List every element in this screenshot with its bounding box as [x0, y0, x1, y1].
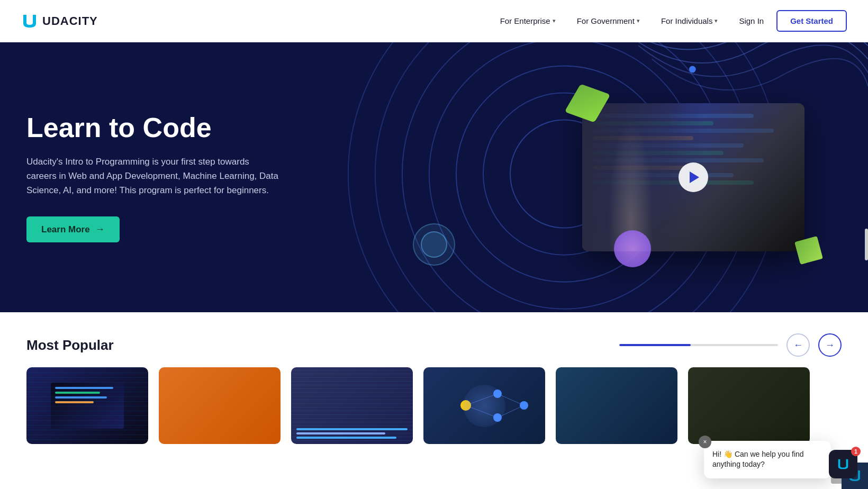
play-icon [690, 171, 699, 183]
udacity-logo-icon [21, 13, 38, 30]
nav-enterprise-label: For Enterprise [500, 16, 550, 25]
arrow-left-icon: ← [793, 340, 803, 351]
nav-government[interactable]: For Government ▾ [568, 12, 648, 30]
svg-point-14 [493, 413, 502, 422]
signin-label: Sign In [739, 16, 764, 25]
hero-section: Learn to Code Udacity's Intro to Program… [0, 42, 868, 312]
arrow-right-icon: → [95, 224, 105, 235]
carousel-next-button[interactable]: → [818, 333, 842, 357]
udacity-chat-avatar[interactable]: 1 [829, 450, 857, 455]
section-title: Most Popular [26, 337, 114, 354]
course-thumbnail-4 [423, 367, 545, 444]
svg-line-9 [466, 405, 498, 418]
chevron-down-icon: ▾ [637, 17, 640, 24]
chat-message: Hi! 👋 Can we help you find anything toda… [712, 449, 821, 455]
course-card-5[interactable] [556, 367, 677, 444]
section-header: Most Popular ← → [26, 333, 842, 357]
svg-point-7 [689, 66, 696, 73]
nav-enterprise[interactable]: For Enterprise ▾ [492, 12, 564, 30]
scrollbar[interactable] [865, 229, 868, 260]
course-thumbnail-5 [556, 367, 677, 444]
carousel-controls: ← → [619, 333, 842, 357]
course-cards-row: 1 [26, 367, 842, 444]
arrow-right-icon: → [825, 340, 835, 351]
navbar: UDACITY For Enterprise ▾ For Government … [0, 0, 868, 42]
carousel-prev-button[interactable]: ← [786, 333, 810, 357]
notification-badge: 1 [851, 447, 861, 455]
svg-point-15 [520, 401, 528, 410]
green-cube-bottom [794, 236, 823, 265]
logo-link[interactable]: UDACITY [21, 13, 98, 30]
chevron-down-icon: ▾ [553, 17, 556, 24]
logo-text: UDACITY [42, 14, 98, 28]
svg-line-8 [466, 394, 498, 405]
hero-visual [582, 103, 804, 251]
course-thumbnail-3 [291, 367, 413, 444]
course-card-1[interactable] [26, 367, 148, 444]
most-popular-section: Most Popular ← → [0, 312, 868, 455]
svg-line-11 [498, 405, 524, 418]
get-started-label: Get Started [790, 16, 833, 25]
close-icon: × [703, 438, 707, 446]
svg-point-12 [460, 400, 471, 411]
progress-bar-fill [619, 344, 691, 346]
hero-content: Learn to Code Udacity's Intro to Program… [0, 112, 307, 242]
chevron-down-icon: ▾ [715, 17, 718, 24]
course-card-4[interactable] [423, 367, 545, 444]
course-card-2[interactable] [159, 367, 281, 444]
nav-individuals-label: For Individuals [661, 16, 713, 25]
course-thumbnail-6: 1 [688, 367, 810, 444]
chat-widget: × Hi! 👋 Can we help you find anything to… [704, 441, 831, 455]
learn-more-label: Learn More [41, 224, 90, 235]
carousel-progress-bar [619, 344, 778, 346]
course-card-6[interactable]: 1 [688, 367, 810, 444]
course-thumbnail-1 [26, 367, 148, 444]
get-started-button[interactable]: Get Started [776, 10, 847, 32]
chat-close-button[interactable]: × [699, 436, 711, 448]
course-thumbnail-2 [159, 367, 281, 444]
nav-government-label: For Government [577, 16, 635, 25]
course-card-3[interactable] [291, 367, 413, 444]
svg-line-10 [498, 394, 524, 405]
purple-blob-shape [614, 230, 651, 267]
nav-individuals[interactable]: For Individuals ▾ [653, 12, 727, 30]
play-button[interactable] [679, 162, 708, 192]
svg-point-13 [493, 390, 502, 398]
signin-link[interactable]: Sign In [730, 12, 772, 30]
hero-title: Learn to Code [26, 112, 281, 144]
video-card[interactable] [582, 103, 804, 251]
hero-description: Udacity's Intro to Programming is your f… [26, 155, 281, 198]
learn-more-button[interactable]: Learn More → [26, 216, 120, 242]
nav-items: For Enterprise ▾ For Government ▾ For In… [492, 10, 847, 32]
